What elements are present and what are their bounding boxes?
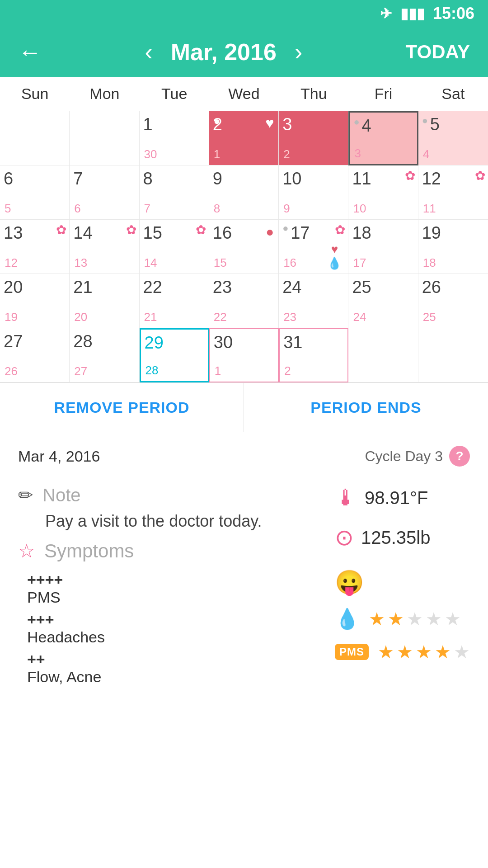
detail-right-col: 🌡 98.91°F ⊙ 125.35lb 😛 💧 ★ ★ ★ [335, 480, 470, 695]
day-header-mon: Mon [70, 77, 139, 111]
status-time: 15:06 [433, 4, 474, 23]
cal-day-29[interactable]: 29 28 [140, 328, 209, 382]
cal-day-10[interactable]: 10 9 [279, 165, 348, 220]
flower-icon: ✿ [405, 168, 415, 183]
cycle-help-button[interactable]: ? [449, 446, 470, 467]
cal-day-14[interactable]: 14 ✿ 13 [70, 220, 139, 274]
cal-day-7[interactable]: 7 6 [70, 165, 139, 220]
calendar-week-5: 27 26 28 27 29 28 30 1 31 2 [0, 328, 488, 382]
cal-empty [348, 328, 418, 382]
star-2: ★ [397, 642, 413, 662]
cycle-day-text: Cycle Day 3 [365, 448, 443, 465]
headaches-stars: ★ ★ ★ ★ ★ [378, 642, 470, 662]
symptoms-star-icon: ☆ [18, 540, 35, 562]
cal-day-8[interactable]: 8 7 [140, 165, 209, 220]
cal-day-25[interactable]: 25 24 [348, 274, 418, 328]
period-dot-icon: ● [266, 224, 274, 240]
note-label: Note [42, 485, 81, 505]
airplane-icon: ✈ [380, 5, 392, 22]
note-text: Pay a visit to the doctor today. [18, 512, 335, 531]
symptom-headaches: +++ Headaches [18, 611, 335, 646]
weight-value: 125.35lb [361, 528, 430, 548]
cal-day-19[interactable]: 19 18 [418, 220, 488, 274]
mood-section: 😛 💧 ★ ★ ★ ★ ★ PMS ★ ★ [335, 569, 470, 662]
cal-day-28[interactable]: 28 27 [70, 328, 139, 382]
cal-day-18[interactable]: 18 17 [348, 220, 418, 274]
calendar-week-4: 20 19 21 20 22 21 23 22 24 23 25 24 26 2… [0, 274, 488, 328]
symptom-pms-name: PMS [27, 589, 335, 606]
symptoms-section: ☆ Symptoms ++++ PMS +++ Headaches ++ Flo… [18, 540, 335, 686]
flower-icon: ✿ [56, 222, 66, 237]
cal-day-24[interactable]: 24 23 [279, 274, 348, 328]
weight-metric: ⊙ 125.35lb [335, 524, 430, 551]
cal-day-22[interactable]: 22 21 [140, 274, 209, 328]
dot-small-icon: ● [353, 116, 359, 128]
today-button[interactable]: TODAY [406, 41, 470, 63]
blood-drop-icon: 💧 [335, 607, 360, 631]
next-month-button[interactable]: › [295, 38, 302, 66]
status-icons: ✈ ▮▮▮ 15:06 [380, 4, 474, 23]
day-header-wed: Wed [209, 77, 279, 111]
period-ends-button[interactable]: PERIOD ENDS [244, 383, 488, 432]
cal-day-5[interactable]: ● 5 4 [418, 111, 488, 165]
star-1: ★ [378, 642, 394, 662]
star-1: ★ [369, 609, 385, 629]
symptoms-header: ☆ Symptoms [18, 540, 335, 562]
period-dot-icon: ● [214, 115, 221, 127]
symptoms-label: Symptoms [44, 540, 134, 562]
temperature-metric: 🌡 98.91°F [335, 485, 428, 511]
cal-day-20[interactable]: 20 19 [0, 274, 70, 328]
symptom-flow-acne: ++ Flow, Acne [18, 651, 335, 686]
cal-day-21[interactable]: 21 20 [70, 274, 139, 328]
cal-day-12[interactable]: 12 ✿ 11 [418, 165, 488, 220]
note-pencil-icon: ✏ [18, 485, 33, 505]
cal-day-15[interactable]: 15 ✿ 14 [140, 220, 209, 274]
calendar: Sun Mon Tue Wed Thu Fri Sat 1 30 2 ● ♥ 1… [0, 77, 488, 382]
flower-icon: ✿ [126, 222, 136, 237]
cal-day-3[interactable]: 3 2 [279, 111, 348, 165]
cal-day-23[interactable]: 23 22 [209, 274, 279, 328]
mood-row: 😛 [335, 569, 470, 596]
dot-small-icon: ● [422, 115, 428, 127]
cal-day-31[interactable]: 31 2 [279, 328, 348, 382]
cal-day-9[interactable]: 9 8 [209, 165, 279, 220]
detail-left-col: ✏ Note Pay a visit to the doctor today. … [18, 480, 335, 695]
dot-small-icon: ● [282, 222, 288, 234]
headaches-rating-row: PMS ★ ★ ★ ★ ★ [335, 642, 470, 662]
day-header-thu: Thu [279, 77, 348, 111]
action-buttons-row: REMOVE PERIOD PERIOD ENDS [0, 382, 488, 432]
heart-icon: ♥ [265, 115, 274, 132]
cal-day-1[interactable]: 1 30 [140, 111, 209, 165]
cal-day-30[interactable]: 30 1 [209, 328, 279, 382]
cal-day-17[interactable]: ● 17 ✿ ♥ 💧 16 [279, 220, 348, 274]
star-4: ★ [426, 609, 442, 629]
drop-small-icon: 💧 [327, 256, 342, 270]
detail-section: Mar 4, 2016 Cycle Day 3 ? ✏ Note Pay a v… [0, 432, 488, 708]
prev-month-button[interactable]: ‹ [145, 38, 152, 66]
help-icon: ? [455, 449, 463, 463]
calendar-week-2: 6 5 7 6 8 7 9 8 10 9 11 ✿ 10 12 ✿ 11 [0, 165, 488, 220]
cal-day-26[interactable]: 26 25 [418, 274, 488, 328]
mood-emoji: 😛 [335, 569, 364, 596]
pms-stars: ★ ★ ★ ★ ★ [369, 609, 461, 629]
calendar-week-1: 1 30 2 ● ♥ 1 3 2 ● 4 3 ● 5 4 [0, 111, 488, 165]
calendar-header: ← ‹ Mar, 2016 › TODAY [0, 27, 488, 77]
star-3: ★ [416, 642, 432, 662]
cal-day-13[interactable]: 13 ✿ 12 [0, 220, 70, 274]
cal-day-2[interactable]: 2 ● ♥ 1 [209, 111, 279, 165]
month-title: Mar, 2016 [171, 38, 277, 66]
cal-day-27[interactable]: 27 26 [0, 328, 70, 382]
cal-empty [418, 328, 488, 382]
remove-period-button[interactable]: REMOVE PERIOD [0, 383, 244, 432]
pms-rating-row: 💧 ★ ★ ★ ★ ★ [335, 607, 470, 631]
cal-day-11[interactable]: 11 ✿ 10 [348, 165, 418, 220]
day-header-sun: Sun [0, 77, 70, 111]
cal-day-4[interactable]: ● 4 3 [348, 111, 418, 165]
cal-day-16[interactable]: 16 ● 15 [209, 220, 279, 274]
star-2: ★ [388, 609, 404, 629]
status-bar: ✈ ▮▮▮ 15:06 [0, 0, 488, 27]
cal-day-6[interactable]: 6 5 [0, 165, 70, 220]
detail-date: Mar 4, 2016 [18, 448, 100, 465]
detail-cycle-info: Cycle Day 3 ? [365, 446, 470, 467]
back-button[interactable]: ← [18, 38, 42, 66]
